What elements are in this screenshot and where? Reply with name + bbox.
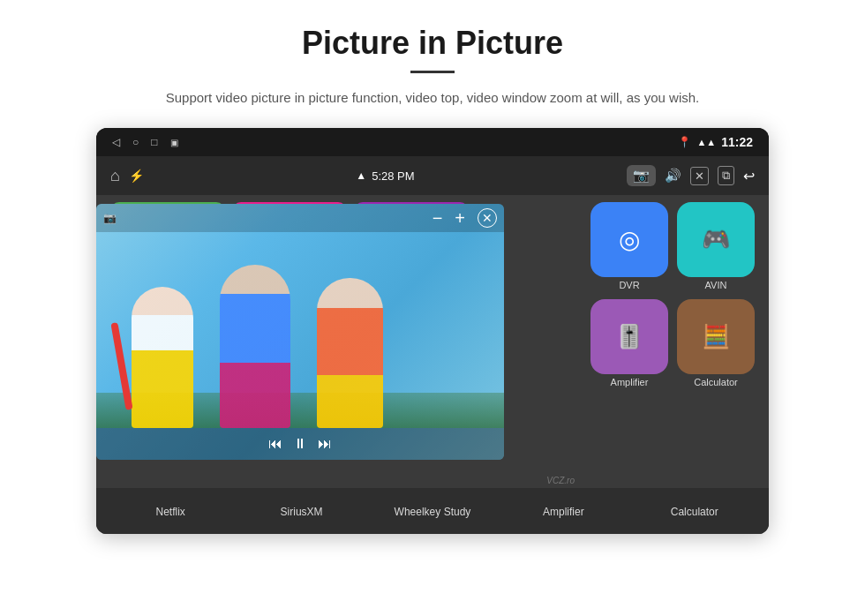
netflix-label-item[interactable]: Netflix: [117, 504, 223, 518]
amplifier-icon-bg: 🎚️: [590, 299, 668, 374]
status-icons: 📍 ▲▲ 11:22: [678, 135, 753, 149]
location-icon: 📍: [678, 136, 691, 148]
amplifier-icon-symbol: 🎚️: [615, 323, 643, 350]
play-pause-btn[interactable]: ⏸: [293, 436, 307, 452]
pip-icon[interactable]: ⧉: [718, 166, 734, 185]
next-btn[interactable]: ⏭: [318, 436, 332, 452]
avin-label: AVIN: [705, 280, 727, 290]
app-bar-left: ⌂ ⚡: [110, 167, 144, 185]
prev-btn[interactable]: ⏮: [268, 436, 282, 452]
home-icon[interactable]: ○: [132, 136, 139, 148]
app-bar: ⌂ ⚡ ▲ 5:28 PM 📷 🔊 ✕ ⧉ ↩: [96, 156, 769, 195]
amplifier-app[interactable]: 🎚️ Amplifier: [590, 299, 668, 387]
title-divider: [410, 71, 455, 73]
calculator-icon-symbol: 🧮: [702, 323, 730, 350]
pip-video: 📷 − + ✕: [96, 204, 504, 460]
page-subtitle: Support video picture in picture functio…: [166, 87, 699, 109]
wifi-status-icon: ▲: [356, 169, 366, 182]
pip-minus-btn[interactable]: −: [432, 208, 443, 229]
status-bar: ◁ ○ □ ▣ 📍 ▲▲ 11:22: [96, 128, 769, 156]
amplifier-bottom-label: Amplifier: [543, 506, 584, 518]
calculator-bottom-label: Calculator: [671, 506, 718, 518]
wheelkey-label-item[interactable]: Wheelkey Study: [380, 504, 485, 518]
pip-container[interactable]: 📷 − + ✕: [96, 204, 504, 460]
people-scene: [96, 252, 504, 428]
nav-icons: ◁ ○ □ ▣: [112, 136, 178, 148]
pip-top-bar: 📷 − + ✕: [96, 204, 504, 232]
bottom-label-row: Netflix SiriusXM Wheelkey Study Amplifie…: [96, 488, 769, 534]
dvr-label: DVR: [619, 280, 639, 290]
siriusxm-label: SiriusXM: [281, 506, 323, 518]
avin-icon-symbol: 🎮: [702, 226, 730, 253]
dvr-icon-bg: ◎: [590, 202, 668, 277]
siriusxm-label-item[interactable]: SiriusXM: [249, 504, 355, 518]
dvr-app[interactable]: ◎ DVR: [590, 202, 668, 290]
pip-plus-btn[interactable]: +: [455, 208, 465, 229]
close-icon[interactable]: ✕: [690, 167, 709, 185]
app-bar-right: 📷 🔊 ✕ ⧉ ↩: [627, 165, 755, 186]
screenshot-icon[interactable]: ▣: [170, 138, 178, 147]
wifi-icon: ▲▲: [696, 137, 716, 147]
app-bar-time: 5:28 PM: [372, 169, 414, 183]
avin-icon-bg: 🎮: [677, 202, 755, 277]
page-title: Picture in Picture: [302, 25, 563, 62]
calculator-label-item[interactable]: Calculator: [642, 504, 748, 518]
status-time: 11:22: [721, 135, 753, 149]
calculator-app[interactable]: 🧮 Calculator: [677, 299, 755, 387]
pip-close-btn[interactable]: ✕: [478, 208, 497, 228]
watermark: VCZ.ro: [546, 476, 575, 485]
dvr-icon-symbol: ◎: [619, 225, 640, 254]
amplifier-label-item[interactable]: Amplifier: [510, 504, 616, 518]
device-frame: ◁ ○ □ ▣ 📍 ▲▲ 11:22 ⌂ ⚡ ▲ 5:28 PM 📷: [96, 128, 769, 534]
back-app-icon[interactable]: ↩: [743, 168, 755, 184]
home-app-icon[interactable]: ⌂: [110, 167, 120, 185]
pip-camera-icon: 📷: [103, 212, 117, 224]
volume-icon[interactable]: 🔊: [665, 168, 681, 184]
calculator-label: Calculator: [694, 377, 738, 387]
avin-app[interactable]: 🎮 AVIN: [677, 202, 755, 290]
camera-button[interactable]: 📷: [627, 165, 656, 186]
usb-icon: ⚡: [129, 169, 144, 183]
netflix-label: Netflix: [156, 506, 185, 518]
app-grid: ◎ DVR 🎮 AVIN 🎚️ Amplifier: [590, 202, 755, 387]
person-3: [317, 278, 383, 428]
person-2: [220, 265, 290, 428]
pip-resize-controls: − + ✕: [432, 208, 497, 229]
back-icon[interactable]: ◁: [112, 136, 120, 148]
wheelkey-label: Wheelkey Study: [395, 506, 471, 518]
app-bar-center: ▲ 5:28 PM: [356, 169, 414, 183]
amplifier-label: Amplifier: [611, 377, 649, 387]
recents-icon[interactable]: □: [151, 136, 157, 148]
main-content: 📷 − + ✕: [96, 195, 769, 534]
person-1: [132, 287, 193, 428]
pip-playback-bar: ⏮ ⏸ ⏭: [96, 428, 504, 460]
calculator-icon-bg: 🧮: [677, 299, 755, 374]
